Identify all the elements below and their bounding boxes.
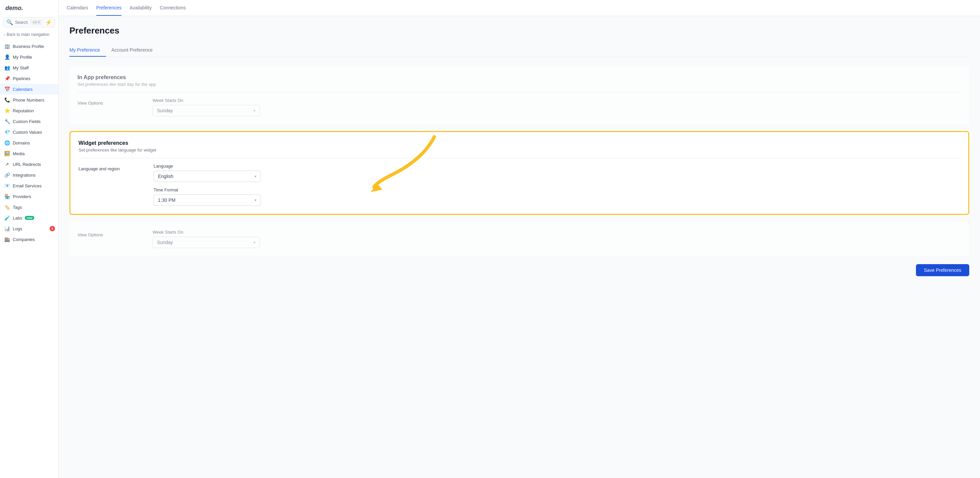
bottom-chevron-down-icon: ▾	[253, 240, 256, 245]
sidebar-item-companies[interactable]: 🏬 Companies	[0, 234, 58, 245]
email-services-icon: 📧	[4, 183, 10, 188]
sub-tab-account-preference[interactable]: Account Preference	[111, 44, 159, 57]
week-starts-on-field: Week Starts On Sunday ▾	[153, 98, 260, 116]
search-bar[interactable]: 🔍 Search ctrl K ⚡	[3, 17, 55, 27]
week-starts-on-value: Sunday	[157, 108, 173, 113]
topnav: Calendars Preferences Availability Conne…	[59, 0, 980, 16]
sidebar-item-labs[interactable]: 🧪 Labs new	[0, 213, 58, 223]
sidebar-item-label: Calendars	[13, 87, 33, 92]
in-app-preferences-section: In App preferences Set preferences like …	[69, 67, 969, 124]
sidebar-item-label: Tags	[13, 205, 22, 210]
language-label: Language	[154, 164, 261, 168]
week-starts-on-label: Week Starts On	[153, 98, 260, 103]
widget-form-row: Language and region Language English ▾ T…	[78, 164, 960, 206]
week-starts-on-select[interactable]: Sunday ▾	[153, 105, 260, 116]
sidebar-item-email-services[interactable]: 📧 Email Services	[0, 180, 58, 191]
sidebar-item-domains[interactable]: 🌐 Domains	[0, 137, 58, 148]
reputation-icon: ⭐	[4, 108, 10, 113]
sidebar-item-label: My Profile	[13, 55, 32, 60]
back-arrow-icon: ‹	[4, 33, 5, 37]
bottom-form-row: View Options Week Starts On Sunday ▾	[78, 230, 961, 248]
chevron-down-icon: ▾	[253, 109, 256, 113]
sidebar-item-label: Business Profile	[13, 44, 44, 49]
time-format-label: Time Format	[154, 187, 261, 192]
language-select[interactable]: English ▾	[154, 171, 261, 182]
sidebar-item-custom-fields[interactable]: 🔧 Custom Fields	[0, 116, 58, 127]
back-label: Back to main navigation	[7, 32, 49, 37]
in-app-section-desc: Set preferences like start day for the a…	[78, 82, 961, 87]
custom-fields-icon: 🔧	[4, 119, 10, 124]
bottom-week-starts-on-label: Week Starts On	[153, 230, 260, 235]
sidebar-item-label: Providers	[13, 194, 31, 199]
sidebar: demo. 🔍 Search ctrl K ⚡ ‹ Back to main n…	[0, 0, 59, 478]
tab-calendars[interactable]: Calendars	[67, 0, 88, 16]
sidebar-item-phone-numbers[interactable]: 📞 Phone Numbers	[0, 95, 58, 105]
language-and-time-fields: Language English ▾ Time Format 1:30 PM ▾	[154, 164, 261, 206]
sidebar-item-calendars[interactable]: 📅 Calendars	[0, 84, 58, 95]
my-staff-icon: 👥	[4, 65, 10, 70]
bottom-week-starts-on-value: Sunday	[157, 240, 173, 245]
app-logo: demo.	[0, 0, 58, 15]
sidebar-item-reputation[interactable]: ⭐ Reputation	[0, 105, 58, 116]
save-preferences-button[interactable]: Save Preferences	[916, 264, 969, 276]
bottom-section: View Options Week Starts On Sunday ▾	[69, 222, 969, 256]
sidebar-item-business-profile[interactable]: 🏢 Business Profile	[0, 41, 58, 52]
sidebar-item-label: Pipelines	[13, 76, 30, 81]
logs-notif-badge: 9	[49, 226, 55, 231]
phone-numbers-icon: 📞	[4, 97, 10, 103]
pipelines-icon: 📌	[4, 76, 10, 81]
language-value: English	[158, 174, 173, 179]
sidebar-item-label: Phone Numbers	[13, 98, 44, 103]
custom-values-icon: 💎	[4, 129, 10, 135]
sidebar-item-providers[interactable]: 🏪 Providers	[0, 191, 58, 202]
tab-connections[interactable]: Connections	[160, 0, 186, 16]
logs-icon: 📊	[4, 226, 10, 231]
sidebar-item-media[interactable]: 🖼️ Media	[0, 148, 58, 159]
sidebar-item-my-profile[interactable]: 👤 My Profile	[0, 52, 58, 62]
integrations-icon: 🔗	[4, 172, 10, 178]
sidebar-item-label: Domains	[13, 140, 30, 146]
tab-preferences[interactable]: Preferences	[96, 0, 121, 16]
tags-icon: 🏷️	[4, 205, 10, 210]
sidebar-item-label: Labs	[13, 216, 22, 221]
sidebar-item-label: My Staff	[13, 65, 29, 70]
bottom-week-starts-on-select[interactable]: Sunday ▾	[153, 237, 260, 248]
sidebar-nav: 🏢 Business Profile 👤 My Profile 👥 My Sta…	[0, 40, 58, 246]
sidebar-item-logs[interactable]: 📊 Logs 9	[0, 223, 58, 234]
time-format-value: 1:30 PM	[158, 197, 175, 203]
sidebar-item-my-staff[interactable]: 👥 My Staff	[0, 62, 58, 73]
in-app-form-row: View Options Week Starts On Sunday ▾	[78, 98, 961, 116]
save-area: Save Preferences	[69, 264, 969, 276]
sidebar-item-custom-values[interactable]: 💎 Custom Values	[0, 127, 58, 137]
domains-icon: 🌐	[4, 140, 10, 146]
bottom-view-options-label: View Options	[78, 230, 145, 237]
business-profile-icon: 🏢	[4, 44, 10, 49]
time-format-chevron-icon: ▾	[255, 198, 256, 202]
url-redirects-icon: ↗	[4, 162, 10, 167]
search-kbd: ctrl K	[31, 20, 42, 25]
time-format-select[interactable]: 1:30 PM ▾	[154, 194, 261, 206]
search-label: Search	[15, 20, 29, 25]
search-icon: 🔍	[6, 19, 13, 25]
tab-availability[interactable]: Availability	[129, 0, 151, 16]
sub-tab-my-preference[interactable]: My Preference	[69, 44, 106, 57]
sidebar-item-label: Custom Values	[13, 130, 42, 135]
sidebar-item-label: Companies	[13, 237, 35, 242]
my-profile-icon: 👤	[4, 54, 10, 60]
sidebar-item-url-redirects[interactable]: ↗ URL Redirects	[0, 159, 58, 170]
calendars-icon: 📅	[4, 86, 10, 92]
sidebar-item-label: Email Services	[13, 183, 41, 188]
media-icon: 🖼️	[4, 151, 10, 156]
sidebar-item-label: Custom Fields	[13, 119, 41, 124]
widget-section-desc: Set preferences like language for widget	[78, 148, 960, 152]
sidebar-item-tags[interactable]: 🏷️ Tags	[0, 202, 58, 213]
companies-icon: 🏬	[4, 237, 10, 242]
sidebar-item-pipelines[interactable]: 📌 Pipelines	[0, 73, 58, 84]
sidebar-item-integrations[interactable]: 🔗 Integrations	[0, 170, 58, 180]
sidebar-item-label: Integrations	[13, 173, 35, 178]
page-content: Preferences My Preference Account Prefer…	[59, 16, 980, 478]
sidebar-item-label: Logs	[13, 226, 22, 231]
widget-section-title: Widget preferences	[78, 140, 960, 146]
sidebar-item-label: Media	[13, 151, 24, 156]
back-navigation[interactable]: ‹ Back to main navigation	[0, 30, 58, 40]
